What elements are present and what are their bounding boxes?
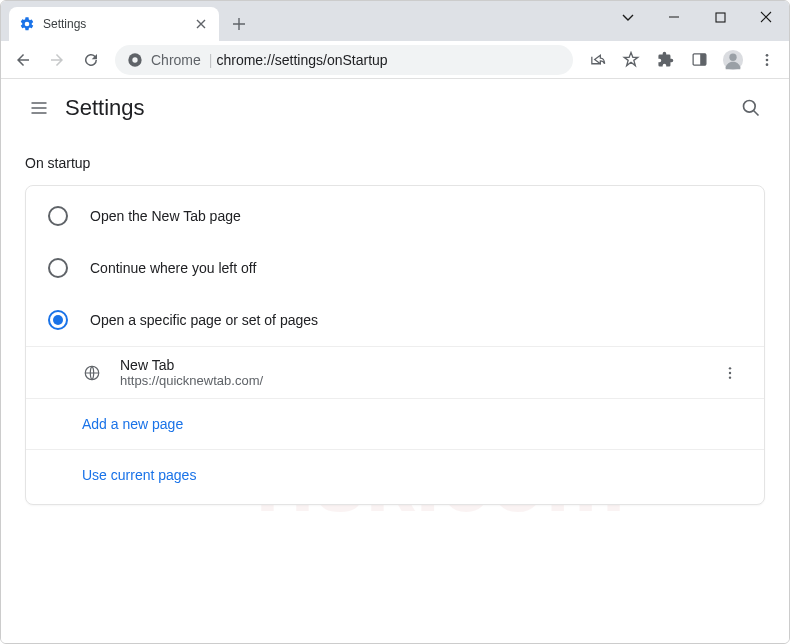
startup-page-row: New Tab https://quicknewtab.com/ [26,346,764,398]
svg-point-9 [766,63,769,66]
section-title: On startup [25,155,765,171]
globe-icon [82,363,102,383]
minimize-button[interactable] [651,1,697,33]
svg-point-16 [729,367,731,369]
use-current-pages-link[interactable]: Use current pages [82,467,196,483]
svg-point-18 [729,376,731,378]
use-current-row: Use current pages [26,449,764,500]
radio-label: Open the New Tab page [90,208,241,224]
search-settings-button[interactable] [731,88,771,128]
new-tab-button[interactable] [225,10,253,38]
omnibox-separator: | [209,52,213,68]
svg-point-8 [766,58,769,61]
back-button[interactable] [7,44,39,76]
svg-point-17 [729,371,731,373]
share-button[interactable] [581,44,613,76]
radio-icon [48,310,68,330]
svg-point-7 [766,54,769,57]
tab-title: Settings [43,17,185,31]
chrome-menu-button[interactable] [751,44,783,76]
settings-card: Open the New Tab page Continue where you… [25,185,765,505]
maximize-button[interactable] [697,1,743,33]
svg-point-6 [729,53,736,60]
tab-search-button[interactable] [605,1,651,33]
chrome-icon [127,52,143,68]
reload-button[interactable] [75,44,107,76]
startup-page-title: New Tab [120,357,718,373]
startup-page-url: https://quicknewtab.com/ [120,373,718,388]
add-new-page-link[interactable]: Add a new page [82,416,183,432]
settings-header: Settings [1,79,789,137]
radio-continue[interactable]: Continue where you left off [26,242,764,294]
radio-open-new-tab[interactable]: Open the New Tab page [26,190,764,242]
omnibox-origin: Chrome [151,52,201,68]
page-title: Settings [65,95,145,121]
radio-icon [48,258,68,278]
page-more-button[interactable] [718,361,742,385]
omnibox-path: chrome://settings/onStartup [216,52,387,68]
browser-tab[interactable]: Settings [9,7,219,41]
svg-point-2 [132,57,137,62]
tab-close-button[interactable] [193,16,209,32]
radio-icon [48,206,68,226]
close-button[interactable] [743,1,789,33]
extensions-button[interactable] [649,44,681,76]
svg-point-14 [744,101,756,113]
gear-icon [19,16,35,32]
svg-rect-0 [716,13,725,22]
svg-rect-4 [700,54,706,65]
profile-button[interactable] [717,44,749,76]
forward-button [41,44,73,76]
bookmark-button[interactable] [615,44,647,76]
browser-toolbar: Chrome | chrome://settings/onStartup [1,41,789,79]
window-titlebar: Settings [1,1,789,41]
radio-specific-pages[interactable]: Open a specific page or set of pages [26,294,764,346]
address-bar[interactable]: Chrome | chrome://settings/onStartup [115,45,573,75]
sidepanel-button[interactable] [683,44,715,76]
on-startup-section: On startup Open the New Tab page Continu… [1,155,789,505]
radio-label: Open a specific page or set of pages [90,312,318,328]
add-page-row: Add a new page [26,398,764,449]
window-controls [605,1,789,33]
radio-label: Continue where you left off [90,260,256,276]
hamburger-menu-button[interactable] [19,88,59,128]
